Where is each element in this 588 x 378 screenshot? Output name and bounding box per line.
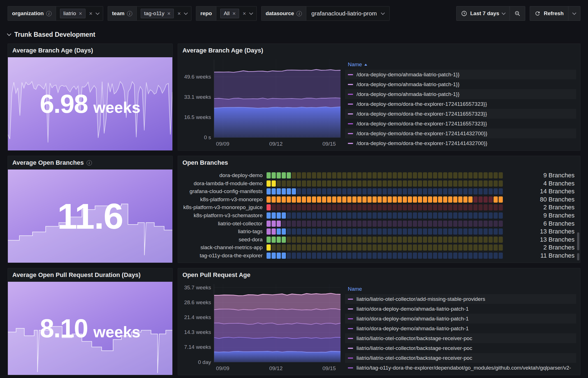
panel-title[interactable]: Average Branch Age (Days) [12,47,93,54]
legend-row[interactable]: /dora-deploy-demo/dora-the-explorer-1724… [345,99,576,109]
branch-activity-cells[interactable] [267,212,503,219]
branch-cell [408,237,412,243]
legend-row[interactable]: liatrio/liatrio-otel-collector/backstage… [345,333,576,343]
clear-filter-icon[interactable] [177,11,181,16]
branch-activity-cells[interactable] [267,196,503,203]
legend-row[interactable]: /dora-deploy-demo/ahmada-liatrio-patch-1… [345,89,576,99]
remove-tag-icon[interactable] [167,11,171,16]
repo-name-label: liatrio-otel-collector [181,221,263,227]
branch-cell [473,228,478,235]
branch-activity-cells[interactable] [267,172,503,178]
remove-tag-icon[interactable] [232,11,236,16]
panel-title[interactable]: Average Open Pull Request Duration (Days… [12,271,141,279]
legend-row[interactable]: liatrio/liatrio-otel-collector/backstage… [345,343,576,353]
legend-row[interactable]: /dora-deploy-demo/dora-the-explorer-1724… [345,138,576,148]
remove-tag-icon[interactable] [79,11,82,16]
branch-cell [337,212,341,219]
panel-title[interactable]: Average Open Branches [12,159,84,166]
chevron-down-icon[interactable] [96,11,99,15]
branch-cell [297,188,301,194]
filter-value-tag[interactable]: tag-o11y [141,9,174,18]
branch-cell [418,237,422,243]
branch-cell [483,196,488,203]
branch-cell [277,228,281,235]
branch-cell [403,180,407,187]
branch-cell [277,188,281,194]
legend-row[interactable]: /dora-deploy-demo/dora-the-explorer-1724… [345,109,576,119]
branch-cell [282,228,286,235]
branch-cell [297,253,301,259]
stat-value: 11.6 [57,196,123,237]
refresh-button[interactable]: Refresh [530,6,568,20]
filter-tag-label: tag-o11y [144,10,165,17]
dashboard-row-toggle[interactable]: Trunk Based Development [8,31,95,38]
legend-row[interactable]: /dora-deploy-demo/dora-the-explorer-1724… [345,119,576,129]
branch-cell [327,253,331,259]
clear-filter-icon[interactable] [243,11,246,16]
panel-title[interactable]: Average Branch Age (Days) [182,47,263,54]
branch-cell [357,172,362,178]
time-series-plot[interactable] [214,59,341,138]
branch-activity-cells[interactable] [267,237,503,243]
legend-row[interactable]: liatrio/tag-o11y-dora-the-explorer/depen… [345,363,576,373]
branch-cell [458,212,462,219]
branch-cell [438,180,442,187]
filter-value-tag[interactable]: All [220,9,239,18]
refresh-interval-dropdown[interactable] [568,6,580,20]
branch-activity-cells[interactable] [267,221,503,227]
legend-row[interactable]: liatrio/liatrio-otel-collector/backstage… [345,353,576,363]
legend-row[interactable]: /dora-deploy-demo/dora-the-explorer-1724… [345,129,576,138]
panel-title[interactable]: Open Pull Request Age [182,271,250,279]
refresh-group: Refresh [530,6,580,21]
branch-cell [362,172,367,178]
series-color-dash-icon [348,94,353,95]
branch-cell [388,221,392,227]
branch-cell [287,180,291,187]
branch-activity-cells[interactable] [267,253,503,259]
branch-cell [428,188,432,194]
branch-cell [362,196,367,203]
branch-cell [317,221,321,227]
panel-title[interactable]: Open Branches [182,159,228,166]
info-icon[interactable] [87,160,92,166]
panel-grid: Average Branch Age (Days) 6.98 weeks Ave… [8,43,580,375]
branch-cell [297,172,301,178]
branch-activity-cells[interactable] [267,204,503,210]
branch-cell [352,237,356,243]
filter-value-tag[interactable]: liatrio [60,9,85,18]
clear-filter-icon[interactable] [89,11,92,16]
legend-row[interactable]: liatrio/dora-deploy-demo/ahmada-liatrio-… [345,314,576,324]
branch-activity-cells[interactable] [267,228,503,235]
branch-activity-cells[interactable] [267,188,503,194]
legend-sort-header[interactable]: Name [345,59,576,70]
chevron-down-icon[interactable] [249,11,253,15]
legend-sort-header[interactable]: Name [345,284,576,294]
legend-row[interactable]: /dora-deploy-demo/ahmada-liatrio-patch-1… [345,79,576,89]
branch-cell [463,196,467,203]
branch-cell [272,244,276,251]
legend-row[interactable]: liatrio/dora-deploy-demo/ahmada-liatrio-… [345,304,576,314]
chevron-down-icon[interactable] [184,11,188,15]
branch-cell [282,204,286,210]
branch-cell [413,204,417,210]
branch-cell [307,228,311,235]
vertical-scrollbar[interactable] [577,232,579,250]
branch-cell [423,180,427,187]
time-range-picker[interactable]: Last 7 days [457,6,510,20]
legend-row[interactable]: /dora-deploy-demo/ahmada-liatrio-patch-1… [345,70,576,79]
series-color-dash-icon [348,358,353,359]
scrollbar-thumb[interactable] [577,253,579,260]
legend-row[interactable]: liatrio/liatrio-otel-collector/add-missi… [345,294,576,304]
branch-cell [438,237,442,243]
branch-cell [327,172,331,178]
datasource-picker[interactable]: grafanacloud-liatrio-prom [306,6,389,21]
branch-cell [418,244,422,251]
time-series-plot[interactable] [214,284,341,363]
branch-cell [428,221,432,227]
branch-activity-cells[interactable] [267,180,503,187]
legend-row[interactable]: liatrio/dora-deploy-demo/ahmada-liatrio-… [345,324,576,333]
branch-activity-cells[interactable] [267,244,503,251]
zoom-out-button[interactable] [510,6,525,20]
branch-cell [337,244,341,251]
branch-cell [393,253,397,259]
